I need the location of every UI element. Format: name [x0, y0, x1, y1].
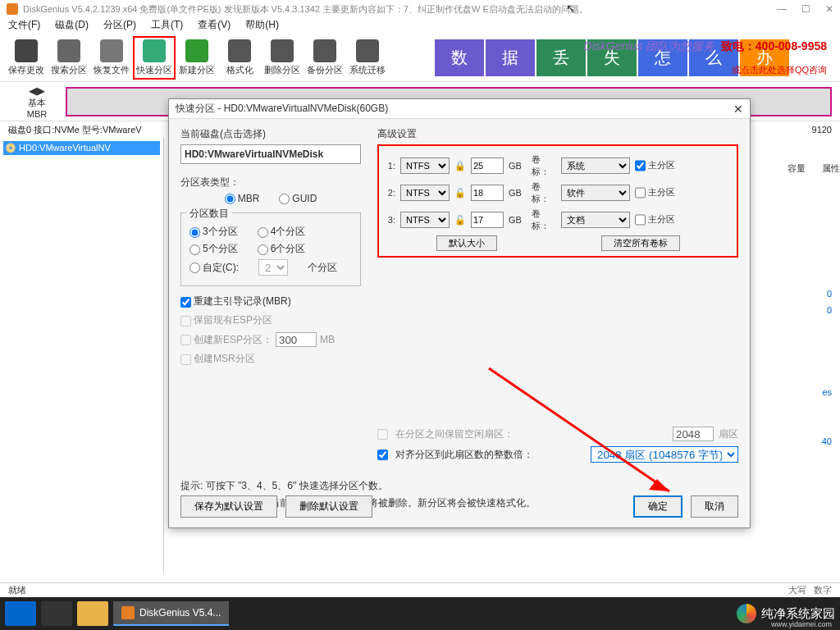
- maximize-button[interactable]: ☐: [801, 3, 810, 15]
- brand-logo-icon: [737, 604, 756, 623]
- mouse-cursor: ↖: [566, 2, 576, 15]
- primary-chk-3[interactable]: 主分区: [635, 212, 675, 228]
- clear-labels-button[interactable]: 清空所有卷标: [601, 235, 680, 251]
- size-input-1[interactable]: [471, 158, 504, 174]
- radio-6[interactable]: 6个分区: [258, 242, 306, 256]
- lock-icon[interactable]: 🔓: [454, 188, 466, 199]
- tool-save[interactable]: 保存更改: [5, 36, 48, 80]
- disk-basic-label: ◀▶ 基本 MBR: [8, 84, 66, 119]
- toolbar: 保存更改 搜索分区 恢复文件 快速分区 新建分区 格式化 删除分区 备份分区 系…: [0, 34, 840, 82]
- disk-tree[interactable]: 📀 HD0:VMwareVirtualNV: [0, 138, 164, 573]
- partition-row-1: 1:NTFS🔒GB卷标：系统主分区: [384, 153, 732, 178]
- partition-type-group: 分区表类型： MBR GUID: [180, 176, 361, 204]
- size-input-2[interactable]: [471, 185, 504, 201]
- ok-button[interactable]: 确定: [633, 495, 682, 518]
- hint-1: 提示: 可按下 "3、4、5、6" 快速选择分区个数。: [180, 479, 738, 493]
- taskbar-app-diskgenius[interactable]: DiskGenius V5.4...: [113, 601, 229, 626]
- start-button[interactable]: [5, 601, 36, 626]
- window-titlebar: DiskGenius V5.4.2.1239 x64 免费版(单文件PE版) 发…: [0, 0, 840, 18]
- window-title: DiskGenius V5.4.2.1239 x64 免费版(单文件PE版) 发…: [23, 3, 588, 16]
- chk-align[interactable]: [377, 450, 388, 460]
- vlabel-select-1[interactable]: 系统: [561, 158, 630, 174]
- chk-keep-esp: 保留现有ESP分区: [180, 313, 272, 327]
- radio-mbr[interactable]: MBR: [225, 193, 260, 204]
- taskbar: DiskGenius V5.4... 纯净系统家园 www.yidaimei.c…: [0, 597, 840, 630]
- custom-count-select[interactable]: 2: [258, 259, 288, 276]
- chk-gap: [377, 429, 388, 440]
- radio-4[interactable]: 4个分区: [258, 225, 306, 239]
- vlabel-select-2[interactable]: 软件: [561, 185, 630, 201]
- close-button[interactable]: ✕: [825, 3, 833, 15]
- tool-recover[interactable]: 恢复文件: [90, 36, 133, 80]
- radio-custom[interactable]: 自定(C):: [189, 261, 239, 275]
- chk-new-esp: 创建新ESP分区：: [180, 333, 272, 347]
- menu-partition[interactable]: 分区(P): [103, 18, 136, 34]
- app-icon-small: [121, 606, 135, 619]
- menu-view[interactable]: 查看(V): [198, 18, 231, 34]
- menu-disk[interactable]: 磁盘(D): [55, 18, 89, 34]
- lock-icon[interactable]: 🔒: [454, 161, 466, 171]
- taskbar-search[interactable]: [41, 601, 72, 626]
- tool-search[interactable]: 搜索分区: [48, 36, 90, 80]
- primary-chk-2[interactable]: 主分区: [635, 185, 675, 201]
- menu-file[interactable]: 文件(F): [8, 18, 40, 34]
- ad-banner[interactable]: 数 据 丢 失 怎 么 办 DiskGenius 团队为您服务 致电：400-0…: [389, 36, 835, 80]
- fs-select-1[interactable]: NTFS: [400, 158, 450, 174]
- save-default-button[interactable]: 保存为默认设置: [180, 495, 277, 518]
- chk-new-msr: 创建MSR分区: [180, 352, 255, 366]
- dialog-title: 快速分区 - HD0:VMwareVirtualNVMeDisk(60GB): [176, 102, 388, 116]
- radio-3[interactable]: 3个分区: [189, 225, 238, 239]
- menu-help[interactable]: 帮助(H): [245, 18, 279, 34]
- default-size-button[interactable]: 默认大小: [436, 235, 497, 251]
- cancel-button[interactable]: 取消: [691, 495, 738, 518]
- advanced-settings-box: 1:NTFS🔒GB卷标：系统主分区2:NTFS🔓GB卷标：软件主分区3:NTFS…: [377, 144, 738, 258]
- radio-guid[interactable]: GUID: [279, 193, 317, 204]
- tree-item-hd0[interactable]: 📀 HD0:VMwareVirtualNV: [3, 141, 160, 155]
- menubar: 文件(F) 磁盘(D) 分区(P) 工具(T) 查看(V) 帮助(H): [0, 18, 840, 34]
- size-input-3[interactable]: [471, 212, 504, 228]
- tool-backup[interactable]: 备份分区: [304, 36, 346, 80]
- taskbar-explorer[interactable]: [77, 601, 108, 626]
- current-disk-select[interactable]: HD0:VMwareVirtualNVMeDisk: [180, 144, 361, 164]
- align-select[interactable]: 2048 扇区 (1048576 字节): [591, 446, 738, 463]
- gap-value: [673, 427, 714, 441]
- app-icon: [7, 3, 18, 15]
- current-disk-label: 当前磁盘(点击选择): [180, 127, 361, 141]
- partition-count-group: 分区数目 3个分区 4个分区 5个分区 6个分区 自定(C): 2 个分区: [180, 212, 361, 286]
- right-links: 00 es 40: [822, 285, 832, 450]
- partition-row-3: 3:NTFS🔓GB卷标：文档主分区: [384, 208, 732, 232]
- advanced-label: 高级设置: [377, 127, 738, 141]
- tool-new[interactable]: 新建分区: [176, 36, 218, 80]
- quick-partition-dialog: 快速分区 - HD0:VMwareVirtualNVMeDisk(60GB) ✕…: [168, 98, 751, 528]
- dialog-close-button[interactable]: ✕: [733, 103, 743, 116]
- tool-quick-partition[interactable]: 快速分区: [133, 36, 176, 80]
- delete-default-button[interactable]: 删除默认设置: [285, 495, 372, 518]
- watermark-url: www.yidaimei.com: [771, 620, 832, 628]
- minimize-button[interactable]: —: [777, 3, 787, 15]
- lock-icon[interactable]: 🔓: [454, 215, 466, 226]
- vlabel-select-3[interactable]: 文档: [561, 212, 630, 228]
- partition-row-2: 2:NTFS🔓GB卷标：软件主分区: [384, 180, 732, 205]
- fs-select-2[interactable]: NTFS: [400, 185, 450, 201]
- menu-tools[interactable]: 工具(T): [151, 18, 183, 34]
- tool-delete[interactable]: 删除分区: [261, 36, 304, 80]
- radio-5[interactable]: 5个分区: [189, 242, 238, 256]
- esp-size-input: [276, 332, 317, 347]
- tool-format[interactable]: 格式化: [218, 36, 261, 80]
- chk-rebuild-mbr[interactable]: 重建主引导记录(MBR): [180, 294, 291, 308]
- tool-migrate[interactable]: 系统迁移: [346, 36, 389, 80]
- dialog-titlebar: 快速分区 - HD0:VMwareVirtualNVMeDisk(60GB) ✕: [169, 99, 750, 119]
- fs-select-3[interactable]: NTFS: [400, 212, 450, 228]
- statusbar: 就绪 大写 数字: [0, 582, 840, 597]
- primary-chk-1[interactable]: 主分区: [635, 158, 675, 174]
